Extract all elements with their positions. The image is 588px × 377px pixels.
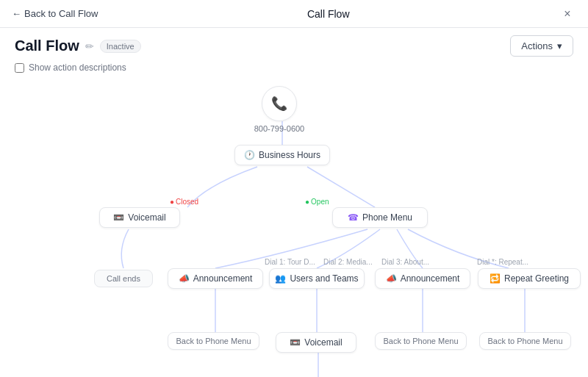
repeat-greeting-label: Repeat Greeting — [504, 273, 569, 284]
voicemail-2-label: Voicemail — [304, 337, 342, 348]
voicemail-node[interactable]: 📼 Voicemail — [99, 207, 180, 228]
announcement-2-icon: 📣 — [386, 273, 397, 284]
announcement-2-node[interactable]: 📣 Announcement — [375, 268, 470, 289]
back-phone-menu-3-node[interactable]: Back to Phone Menu — [479, 332, 571, 350]
actions-button[interactable]: Actions ▾ — [510, 35, 573, 57]
back-to-call-flow-link[interactable]: ← Back to Call Flow — [12, 8, 98, 19]
header-left: Call Flow ✏ Inactive — [15, 37, 141, 54]
checkbox-row: Show action descriptions — [0, 61, 588, 79]
open-label: Open — [305, 198, 329, 206]
announcement-2-label: Announcement — [401, 273, 460, 284]
repeat-icon: 🔁 — [490, 273, 501, 284]
back-phone-menu-2-label: Back to Phone Menu — [383, 337, 458, 345]
business-hours-node[interactable]: 🕐 Business Hours — [234, 145, 330, 165]
close-button[interactable]: × — [559, 5, 576, 23]
clock-icon: 🕐 — [244, 150, 255, 160]
dial-3-label: Dial 3: About... — [381, 258, 444, 266]
back-phone-menu-3-label: Back to Phone Menu — [487, 337, 562, 345]
phone-node[interactable]: 📞 — [262, 86, 297, 121]
phone-number-label: 800-799-0600 — [246, 124, 312, 133]
dial-star-label: Dial *: Repeat... — [477, 258, 543, 266]
phone-menu-icon: ☎ — [348, 212, 359, 223]
announcement-1-node[interactable]: 📣 Announcement — [168, 268, 263, 289]
flow-canvas: 📞 800-799-0600 🕐 Business Hours Closed O… — [0, 79, 588, 377]
edit-icon[interactable]: ✏ — [85, 40, 94, 52]
voicemail-2-node[interactable]: 📼 Voicemail — [276, 332, 356, 353]
page-title: Call Flow — [15, 37, 79, 54]
chevron-down-icon: ▾ — [557, 40, 562, 51]
closed-label: Closed — [170, 198, 198, 206]
actions-label: Actions — [521, 40, 553, 51]
users-teams-label: Users and Teams — [290, 273, 358, 284]
phone-icon: 📞 — [271, 96, 287, 112]
repeat-greeting-node[interactable]: 🔁 Repeat Greeting — [478, 268, 581, 289]
back-phone-menu-1-label: Back to Phone Menu — [176, 337, 251, 345]
show-descriptions-label: Show action descriptions — [29, 62, 126, 73]
business-hours-label: Business Hours — [259, 150, 320, 160]
voicemail-2-icon: 📼 — [290, 337, 301, 348]
call-ends-1-node: Call ends — [94, 270, 153, 287]
top-bar: ← Back to Call Flow Call Flow × — [0, 0, 588, 28]
announcement-1-icon: 📣 — [179, 273, 190, 284]
voicemail-icon: 📼 — [113, 212, 124, 223]
dial-1-label: Dial 1: Tour D... — [265, 258, 323, 266]
back-phone-menu-1-node[interactable]: Back to Phone Menu — [168, 332, 259, 350]
show-descriptions-checkbox[interactable] — [15, 63, 24, 73]
back-phone-menu-2-node[interactable]: Back to Phone Menu — [375, 332, 467, 350]
voicemail-label: Voicemail — [128, 212, 165, 223]
back-link-label: Back to Call Flow — [24, 8, 98, 19]
users-teams-node[interactable]: 👥 Users and Teams — [269, 268, 365, 289]
topbar-title: Call Flow — [307, 8, 350, 20]
inactive-badge: Inactive — [100, 40, 141, 53]
phone-menu-label: Phone Menu — [362, 212, 412, 223]
phone-menu-node[interactable]: ☎ Phone Menu — [332, 207, 428, 228]
users-icon: 👥 — [275, 273, 286, 284]
back-arrow-icon: ← — [12, 8, 21, 19]
header-row: Call Flow ✏ Inactive Actions ▾ — [0, 28, 588, 61]
dial-2-label: Dial 2: Media... — [323, 258, 382, 266]
announcement-1-label: Announcement — [193, 273, 253, 284]
